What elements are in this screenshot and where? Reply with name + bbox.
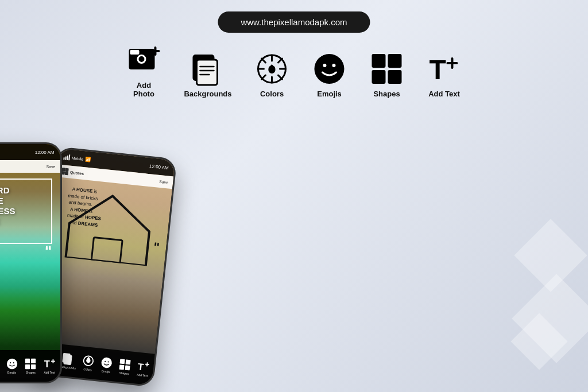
url-text: www.thepixellamodapk.com bbox=[241, 17, 347, 27]
phone-center-quote: WORK HARDIN SILENCELET SUCCESSMAKE THENO… bbox=[0, 185, 45, 237]
shapes-button[interactable]: Shapes bbox=[370, 52, 404, 98]
add-photo-label: Add Photo bbox=[126, 81, 161, 98]
svg-rect-3 bbox=[130, 50, 139, 55]
svg-point-25 bbox=[332, 64, 336, 67]
url-bar: www.thepixellamodapk.com bbox=[218, 11, 370, 33]
svg-point-91 bbox=[100, 357, 112, 368]
phone-center-app-bar: Quotes Save bbox=[0, 160, 60, 173]
phones-container: Mobile 📶 12:00 AM Quotes Save bbox=[0, 142, 294, 383]
svg-text:T: T bbox=[430, 55, 446, 85]
add-photo-button[interactable]: Add Photo bbox=[126, 43, 161, 98]
svg-line-19 bbox=[278, 75, 283, 79]
add-photo-icon bbox=[126, 43, 161, 77]
toolbar-colors[interactable]: Colors bbox=[81, 354, 95, 372]
svg-line-100 bbox=[145, 364, 148, 365]
svg-rect-73 bbox=[31, 359, 36, 363]
svg-rect-9 bbox=[196, 60, 217, 85]
backgrounds-label: Backgrounds bbox=[184, 90, 231, 98]
toolbar-emojis[interactable]: Emojis bbox=[99, 356, 114, 374]
toolbar-add-text[interactable]: TAdd Text bbox=[43, 358, 56, 374]
svg-rect-96 bbox=[119, 364, 124, 370]
svg-text:T: T bbox=[44, 359, 50, 369]
svg-point-23 bbox=[315, 54, 345, 84]
svg-point-70 bbox=[10, 362, 11, 363]
colors-button[interactable]: Colors bbox=[255, 52, 289, 98]
add-text-label: Add Text bbox=[428, 90, 460, 98]
svg-rect-28 bbox=[372, 70, 386, 84]
svg-rect-29 bbox=[388, 70, 402, 84]
svg-rect-94 bbox=[119, 359, 125, 364]
svg-rect-97 bbox=[125, 365, 130, 370]
svg-rect-74 bbox=[25, 364, 30, 369]
svg-rect-26 bbox=[372, 54, 386, 68]
svg-rect-89 bbox=[63, 355, 71, 365]
wifi-icon: 📶 bbox=[84, 157, 91, 162]
save-button[interactable]: Save bbox=[47, 165, 56, 169]
icons-row: Add Photo Backgrounds bbox=[126, 43, 461, 98]
carrier-label: Mobile bbox=[71, 156, 83, 161]
svg-rect-79 bbox=[61, 168, 65, 172]
svg-rect-72 bbox=[25, 359, 30, 363]
svg-rect-95 bbox=[125, 359, 130, 364]
toolbar-shapes[interactable]: Shapes bbox=[24, 358, 37, 374]
emojis-label: Emojis bbox=[317, 90, 342, 98]
phone-center: Mobile 📶 12:00 AM Quotes Save " WORK HAR… bbox=[0, 142, 62, 383]
phone-center-device: Mobile 📶 12:00 AM Quotes Save " WORK HAR… bbox=[0, 142, 62, 383]
colors-label: Colors bbox=[260, 90, 284, 98]
svg-point-71 bbox=[13, 362, 14, 363]
toolbar-add-text[interactable]: TAdd Text bbox=[136, 360, 150, 378]
svg-rect-83 bbox=[91, 238, 122, 263]
shapes-icon bbox=[370, 52, 404, 86]
shapes-label: Shapes bbox=[373, 90, 400, 98]
svg-point-2 bbox=[138, 56, 144, 62]
phone-center-status-bar: Mobile 📶 12:00 AM bbox=[0, 144, 60, 160]
backgrounds-button[interactable]: Backgrounds bbox=[184, 52, 231, 98]
svg-point-69 bbox=[6, 359, 17, 369]
toolbar-shapes[interactable]: Shapes bbox=[117, 358, 131, 375]
phone-center-toolbar: Add Photo Backgrounds Colors Emojis Shap… bbox=[0, 350, 60, 382]
svg-point-24 bbox=[323, 64, 327, 67]
svg-line-18 bbox=[262, 59, 266, 63]
save-button[interactable]: Save bbox=[158, 179, 168, 184]
svg-rect-27 bbox=[388, 54, 402, 68]
toolbar-emojis[interactable]: Emojis bbox=[6, 358, 18, 374]
add-text-icon: T bbox=[427, 52, 462, 86]
phone-center-time: 12:00 AM bbox=[35, 150, 55, 155]
svg-rect-75 bbox=[31, 364, 36, 369]
phone-right-time: 12:00 AM bbox=[149, 163, 169, 170]
colors-icon bbox=[255, 52, 289, 86]
svg-text:T: T bbox=[137, 361, 144, 372]
svg-line-21 bbox=[262, 75, 266, 79]
add-text-button[interactable]: T Add Text bbox=[427, 52, 462, 98]
svg-line-20 bbox=[278, 59, 283, 63]
emojis-button[interactable]: Emojis bbox=[312, 52, 347, 98]
backgrounds-icon bbox=[191, 52, 225, 86]
emojis-icon bbox=[312, 52, 347, 86]
